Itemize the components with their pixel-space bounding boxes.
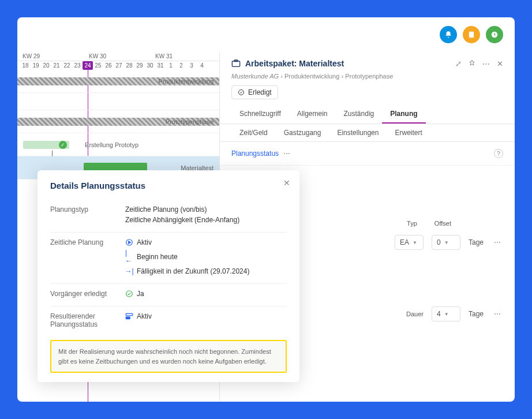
section-title: Planungsstatus	[231, 149, 279, 158]
svg-rect-0	[469, 32, 474, 38]
pin-icon[interactable]	[469, 59, 475, 68]
tabs-row-1: Schnellzugriff Allgemein Zuständig Planu…	[220, 105, 515, 124]
popup-row: Resultierender PlanungsstatusAktiv	[50, 306, 287, 334]
popup-row-label: Vorgänger erledigt	[50, 290, 125, 300]
arrow-icon: →|	[125, 267, 133, 275]
day-cell: 30	[145, 61, 155, 70]
day-cell: 26	[103, 61, 114, 70]
check-icon	[125, 290, 133, 298]
status-button[interactable]: Erledigt	[231, 85, 278, 99]
tab-allgemein[interactable]: Allgemein	[289, 105, 336, 124]
gantt-row[interactable]: ✓ Erstellung Prototyp ▶	[17, 133, 219, 156]
day-cell: 1	[166, 61, 176, 70]
breadcrumb: Musterkunde AG › Produktentwicklung › Pr…	[220, 73, 515, 85]
popup-title: Details Planungsstatus	[50, 181, 287, 190]
popup-row: Zeitliche PlanungAktiv|←Beginn heute→|Fä…	[50, 233, 287, 284]
popup-row-label: Planungstyp	[50, 205, 125, 226]
day-cell: 4	[197, 61, 207, 70]
day-cell: 3	[186, 61, 197, 70]
col-offset-label: Offset	[434, 220, 451, 227]
tab-zeit-geld[interactable]: Zeit/Geld	[231, 124, 276, 141]
typ-select[interactable]: EA▼	[395, 235, 424, 250]
tab-schnellzugriff[interactable]: Schnellzugriff	[231, 105, 289, 124]
svg-rect-8	[126, 313, 133, 316]
day-cell: 21	[51, 61, 62, 70]
popup-row-label: Zeitliche Planung	[50, 238, 125, 278]
popup-row: PlanungstypZeitliche Planung (von/bis)Ze…	[50, 200, 287, 233]
expand-icon[interactable]: ⤢	[455, 59, 462, 68]
day-cell: 2	[176, 61, 186, 70]
duration-label: Dauer	[406, 310, 424, 317]
day-cell: 22	[62, 61, 72, 70]
help-icon[interactable]: ?	[494, 149, 503, 158]
week-label: KW 31	[153, 52, 219, 61]
row-more-icon[interactable]: ⋯	[492, 236, 503, 249]
tabs-row-2: Zeit/Geld Gastzugang Einstellungen Erwei…	[220, 124, 515, 142]
gantt-row	[17, 93, 219, 110]
workpackage-icon	[231, 59, 241, 68]
day-cell: 20	[41, 61, 51, 70]
start-icon: |←	[125, 249, 133, 265]
tab-gastzugang[interactable]: Gastzugang	[276, 124, 329, 141]
section-more-icon[interactable]: ⋯	[283, 149, 290, 158]
duration-select[interactable]: 4▼	[432, 306, 460, 321]
gantt-row[interactable]: Produktentwicklung	[17, 70, 219, 93]
day-cell: 29	[134, 61, 145, 70]
svg-rect-9	[126, 317, 130, 319]
day-cell: 25	[93, 61, 103, 70]
tab-zustaendig[interactable]: Zuständig	[336, 105, 383, 124]
svg-rect-2	[232, 61, 239, 66]
offset-select[interactable]: 0▼	[432, 235, 460, 250]
gantt-row[interactable]: Prototypenphase	[17, 110, 219, 133]
day-cell: 23	[72, 61, 83, 70]
check-icon: ✓	[59, 141, 67, 149]
tab-einstellungen[interactable]: Einstellungen	[329, 124, 387, 141]
status-icon	[125, 313, 133, 320]
svg-point-7	[126, 291, 133, 297]
gantt-days: 18192021222324252627282930311234	[17, 61, 219, 70]
tab-planung[interactable]: Planung	[382, 105, 425, 124]
popup-note: Mit der Realisierung wurde wahrscheinlic…	[50, 340, 287, 373]
popup-row: Vorgänger erledigtJa	[50, 284, 287, 306]
topbar	[17, 17, 515, 52]
week-label: KW 29	[20, 52, 87, 61]
svg-marker-6	[129, 241, 131, 244]
play-icon	[125, 238, 133, 246]
week-label: KW 30	[87, 52, 153, 61]
day-cell: 19	[31, 61, 41, 70]
notes-button[interactable]	[463, 26, 480, 43]
close-icon[interactable]: ✕	[497, 59, 503, 68]
day-cell: 27	[114, 61, 124, 70]
day-cell: 28	[124, 61, 134, 70]
time-button[interactable]	[486, 26, 503, 43]
tab-erweitert[interactable]: Erweitert	[387, 124, 430, 141]
close-icon[interactable]: ✕	[283, 178, 290, 188]
day-cell: 18	[20, 61, 31, 70]
row-more-icon[interactable]: ⋯	[492, 308, 503, 320]
popup-row-label: Resultierender Planungsstatus	[50, 312, 125, 328]
col-typ-label: Typ	[407, 220, 417, 227]
details-popup: Details Planungsstatus ✕ PlanungstypZeit…	[38, 170, 299, 382]
day-cell: 31	[155, 61, 166, 70]
notifications-button[interactable]	[440, 26, 457, 43]
svg-point-4	[239, 90, 244, 95]
day-cell: 24	[83, 61, 93, 70]
svg-rect-3	[234, 60, 237, 62]
more-icon[interactable]: ⋯	[482, 59, 490, 68]
